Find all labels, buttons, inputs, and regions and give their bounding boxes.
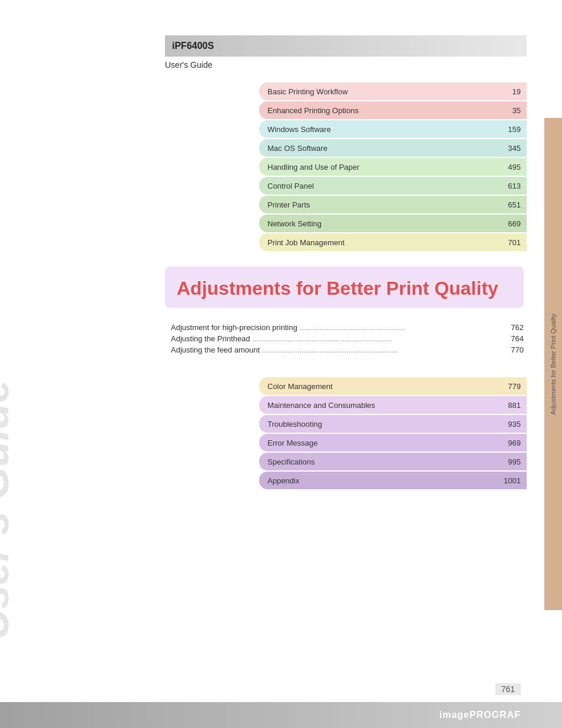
sidebar-label: Adjustments for Better Print Quailty [544, 118, 562, 610]
toc-bottom-label-4: Specifications [267, 457, 508, 466]
page-number: 761 [495, 683, 521, 695]
subtoc-label-1: Adjusting the Printhead [171, 334, 250, 343]
subtoc-dots-1: ........................................… [252, 335, 504, 343]
toc-bottom-page-2: 935 [508, 420, 521, 429]
toc-label-7: Network Setting [267, 219, 508, 228]
footer-brand: imagePROGRAF [439, 710, 521, 720]
toc-page-8: 701 [508, 238, 521, 247]
toc-top-container: Basic Printing Workflow 19 Enhanced Prin… [259, 83, 527, 252]
subtoc-page-0: 762 [506, 323, 524, 332]
toc-page-1: 35 [513, 106, 521, 115]
toc-label-3: Mac OS Software [267, 144, 508, 153]
toc-label-6: Printer Parts [267, 200, 508, 209]
toc-bottom-item-4[interactable]: Specifications 995 [259, 453, 527, 470]
subtoc-item-1: Adjusting the Printhead ................… [171, 334, 524, 343]
subtoc-label-0: Adjustment for high-precision printing [171, 323, 297, 332]
subtoc-dots-0: ........................................… [300, 324, 504, 332]
toc-page-3: 345 [508, 144, 521, 153]
subtoc-container: Adjustment for high-precision printing .… [171, 323, 524, 357]
model-title: iPF6400S [172, 41, 214, 51]
toc-top-item-3[interactable]: Mac OS Software 345 [259, 139, 527, 157]
toc-bottom-label-2: Troubleshooting [267, 420, 508, 429]
toc-bottom-page-3: 969 [508, 439, 521, 447]
toc-label-4: Handling and Use of Paper [267, 163, 508, 172]
toc-top-item-1[interactable]: Enhanced Printing Options 35 [259, 101, 527, 119]
toc-top-item-0[interactable]: Basic Printing Workflow 19 [259, 83, 527, 100]
toc-page-5: 613 [508, 182, 521, 190]
toc-label-8: Print Job Management [267, 238, 508, 247]
toc-bottom-page-5: 1001 [504, 476, 521, 485]
toc-bottom-item-3[interactable]: Error Message 969 [259, 434, 527, 452]
header-bar: iPF6400S [165, 35, 527, 57]
toc-bottom-container: Color Management 779 Maintenance and Con… [259, 377, 527, 490]
toc-label-2: Windows Software [267, 125, 508, 134]
toc-page-0: 19 [513, 87, 521, 96]
toc-top-item-2[interactable]: Windows Software 159 [259, 120, 527, 138]
subtoc-item-0: Adjustment for high-precision printing .… [171, 323, 524, 332]
watermark: User's Guide [0, 380, 18, 640]
toc-top-item-5[interactable]: Control Panel 613 [259, 177, 527, 195]
toc-top-item-7[interactable]: Network Setting 669 [259, 215, 527, 232]
toc-bottom-page-4: 995 [508, 457, 521, 466]
toc-top-item-6[interactable]: Printer Parts 651 [259, 196, 527, 213]
subtoc-label-2: Adjusting the feed amount [171, 345, 260, 354]
toc-bottom-label-1: Maintenance and Consumables [267, 401, 508, 410]
toc-label-1: Enhanced Printing Options [267, 106, 513, 115]
main-title: Adjustments for Better Print Quality [177, 277, 512, 299]
toc-page-4: 495 [508, 163, 521, 172]
toc-label-0: Basic Printing Workflow [267, 87, 513, 96]
toc-bottom-item-2[interactable]: Troubleshooting 935 [259, 415, 527, 433]
toc-page-2: 159 [508, 125, 521, 134]
subtoc-page-1: 764 [506, 334, 524, 343]
toc-bottom-label-3: Error Message [267, 439, 508, 447]
toc-top-item-4[interactable]: Handling and Use of Paper 495 [259, 158, 527, 176]
toc-page-6: 651 [508, 200, 521, 209]
subtoc-dots-2: ........................................… [262, 346, 504, 354]
toc-bottom-page-0: 779 [508, 382, 521, 391]
toc-bottom-item-0[interactable]: Color Management 779 [259, 377, 527, 395]
subtoc-item-2: Adjusting the feed amount ..............… [171, 345, 524, 354]
toc-bottom-page-1: 881 [508, 401, 521, 410]
toc-label-5: Control Panel [267, 182, 508, 190]
toc-bottom-label-5: Appendix [267, 476, 504, 485]
toc-top-item-8[interactable]: Print Job Management 701 [259, 233, 527, 251]
subtoc-page-2: 770 [506, 345, 524, 354]
users-guide-label: User's Guide [165, 60, 212, 70]
footer-bar: imagePROGRAF [0, 702, 562, 728]
toc-bottom-item-1[interactable]: Maintenance and Consumables 881 [259, 396, 527, 414]
main-title-box: Adjustments for Better Print Quality [165, 266, 524, 308]
toc-page-7: 669 [508, 219, 521, 228]
toc-bottom-label-0: Color Management [267, 382, 508, 391]
toc-bottom-item-5[interactable]: Appendix 1001 [259, 472, 527, 489]
